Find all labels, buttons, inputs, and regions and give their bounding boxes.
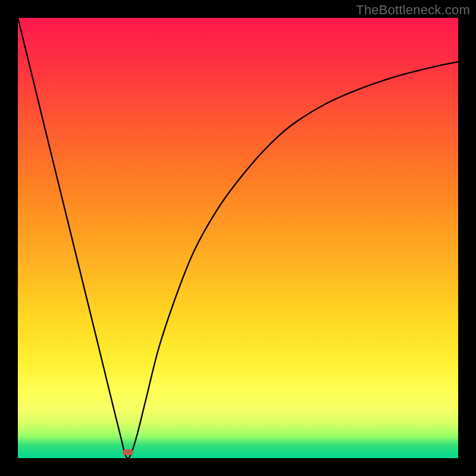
plot-area [18, 18, 458, 458]
curve-path [18, 18, 458, 458]
chart-frame: TheBottleneck.com [0, 0, 476, 476]
optimal-marker-icon [123, 449, 133, 455]
watermark-text: TheBottleneck.com [356, 2, 470, 18]
bottleneck-curve [18, 18, 458, 458]
